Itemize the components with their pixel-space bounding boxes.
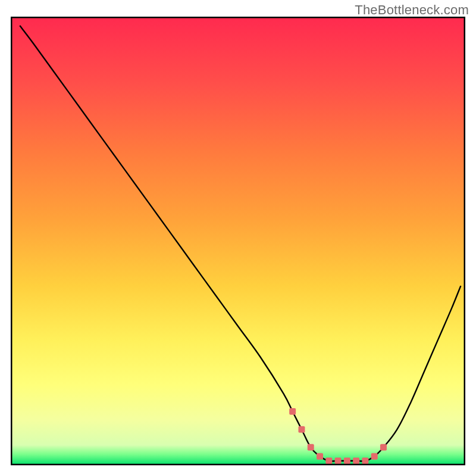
marker-point — [362, 458, 368, 464]
marker-point — [344, 458, 350, 464]
marker-point — [353, 458, 359, 464]
marker-point — [325, 458, 332, 464]
marker-point — [317, 453, 323, 459]
bottleneck-chart — [0, 0, 476, 476]
marker-point — [380, 444, 387, 450]
svg-rect-1 — [11, 17, 465, 465]
chart-container: TheBottleneck.com — [0, 0, 476, 476]
watermark-text: TheBottleneck.com — [355, 2, 469, 18]
marker-point — [335, 458, 342, 464]
marker-point — [308, 444, 314, 450]
marker-point — [298, 426, 305, 433]
marker-point — [289, 408, 296, 415]
marker-point — [371, 453, 378, 459]
